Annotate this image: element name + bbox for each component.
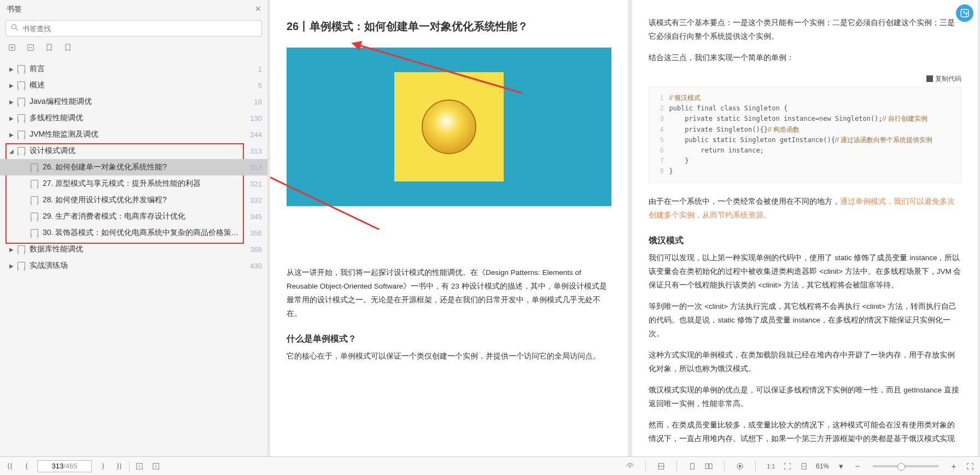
bookmark-icon — [18, 262, 25, 269]
bookmark-row[interactable]: ▶JVM性能监测及调优244 — [0, 126, 267, 143]
search-input[interactable] — [22, 25, 257, 33]
nav-back-icon[interactable] — [134, 461, 145, 472]
bookmark-icon — [18, 131, 25, 138]
collapse-icon[interactable] — [26, 43, 35, 54]
zoom-slider[interactable] — [873, 465, 938, 467]
new-bookmark-icon[interactable] — [8, 43, 16, 54]
expand-arrow-icon[interactable]: ▶ — [9, 132, 14, 138]
zoom-dropdown-icon[interactable]: ▾ — [836, 461, 847, 472]
two-page-icon[interactable] — [703, 461, 714, 472]
single-page-icon[interactable] — [687, 461, 698, 472]
bookmark-label: 多线程性能调优 — [30, 113, 247, 123]
bookmark-label: 设计模式调优 — [30, 146, 247, 156]
bookmark-page: 368 — [250, 245, 262, 254]
bookmark-row[interactable]: ▶Java编程性能调优18 — [0, 93, 267, 110]
bookmark-icon — [18, 65, 25, 73]
autoscroll-icon[interactable] — [734, 461, 745, 472]
bookmark-row[interactable]: 28. 如何使用设计模式优化并发编程?332 — [0, 192, 267, 208]
bookmark-row[interactable]: ▶实战演练场430 — [0, 257, 267, 274]
bookmark-icon — [31, 213, 38, 220]
bookmark-page: 244 — [250, 131, 262, 139]
close-icon[interactable]: × — [255, 3, 261, 15]
marquee-zoom-icon[interactable] — [782, 461, 793, 472]
bookmark-label: 实战演练场 — [30, 261, 247, 271]
read-mode-icon[interactable] — [625, 461, 635, 472]
bookmark-label: Java编程性能调优 — [30, 97, 251, 107]
bookmark-icon — [18, 147, 25, 155]
fullscreen-icon[interactable] — [965, 461, 976, 472]
bookmark-tree: ▶前言1▶概述5▶Java编程性能调优18▶多线程性能调优130▶JVM性能监测… — [0, 60, 267, 456]
bookmark-page: 356 — [250, 229, 262, 237]
bookmark-icon — [18, 98, 25, 105]
expand-arrow-icon[interactable]: ▶ — [9, 115, 14, 121]
paragraph: 该模式有三个基本要点：一是这个类只能有一个实例；二是它必须自行创建这个实例；三是… — [649, 16, 961, 44]
paragraph: 等到唯一的一次 <clinit> 方法执行完成，其它线程将不会再执行 <clin… — [649, 300, 961, 341]
translate-button[interactable] — [956, 4, 973, 22]
bookmark-page: 332 — [250, 196, 262, 204]
svg-rect-10 — [137, 463, 143, 469]
bookmark-label: 26. 如何创建单一对象优化系统性能? — [43, 162, 247, 172]
svg-rect-17 — [709, 464, 712, 468]
expand-arrow-icon[interactable]: ▶ — [9, 83, 14, 89]
zoom-out-icon[interactable]: − — [852, 461, 863, 472]
zoom-level[interactable]: 61% — [816, 462, 829, 470]
bookmarks-sidebar: 书签 × ▶前言1▶概述5▶Java编程性能调优18▶多线程性能调优130▶JV… — [0, 0, 268, 456]
bookmark-label: 30. 装饰器模式：如何优化电商系统中复杂的商品价格策... — [43, 228, 247, 238]
bookmark-row[interactable]: 30. 装饰器模式：如何优化电商系统中复杂的商品价格策...356 — [0, 225, 267, 241]
code-block: 1// 饿汉模式 2public final class Singleton {… — [649, 87, 961, 183]
bookmark-page: 345 — [250, 213, 262, 221]
bookmark-page: 18 — [254, 98, 262, 106]
bookmark-row[interactable]: 29. 生产者消费者模式：电商库存设计优化345 — [0, 208, 267, 225]
first-page-icon[interactable]: ⟨⟨ — [4, 461, 15, 472]
page-left: 26丨单例模式：如何创建单一对象优化系统性能？ 从这一讲开始，我们将一起探讨设计… — [270, 0, 628, 456]
bookmark-row[interactable]: 27. 原型模式与享元模式：提升系统性能的利器321 — [0, 175, 267, 192]
bookmark-search[interactable] — [5, 20, 262, 37]
expand-arrow-icon[interactable]: ▶ — [9, 247, 14, 253]
bookmark-label: 前言 — [30, 64, 255, 74]
bookmark-row[interactable]: ▶前言1 — [0, 61, 267, 77]
svg-point-12 — [629, 465, 631, 467]
paragraph: 从这一讲开始，我们将一起探讨设计模式的性能调优。在《Design Pattern… — [287, 266, 611, 321]
bookmark-outline-icon[interactable] — [63, 43, 72, 54]
last-page-icon[interactable]: ⟩⟩ — [114, 461, 125, 472]
hero-image — [287, 48, 611, 206]
expand-arrow-icon[interactable]: ▶ — [9, 66, 14, 72]
fit-page-icon[interactable] — [798, 461, 809, 472]
page-input[interactable]: 313/465 — [37, 460, 92, 472]
bookmark-icon — [31, 196, 38, 204]
bookmark-page: 130 — [250, 114, 262, 122]
copy-icon[interactable] — [926, 75, 933, 82]
prev-page-icon[interactable]: ⟨ — [21, 461, 32, 472]
paragraph: 这种方式实现的单例模式，在类加载阶段就已经在堆内存中开辟了一块内存，用于存放实例… — [649, 349, 961, 376]
paragraph: 饿汉模式实现的单例的优点是，可以保证多线程情况下实例的唯一性，而且 getIns… — [649, 384, 961, 411]
sidebar-title: 书签 — [7, 4, 22, 14]
bookmark-row[interactable]: ▶多线程性能调优130 — [0, 110, 267, 126]
bookmark-row[interactable]: ▶概述5 — [0, 77, 267, 93]
bookmark-page: 313 — [250, 163, 262, 172]
bookmark-label: 概述 — [30, 80, 255, 90]
bookmark-page: 430 — [250, 262, 262, 270]
nav-forward-icon[interactable] — [150, 461, 161, 472]
expand-arrow-icon[interactable]: ◢ — [9, 148, 14, 154]
bookmark-icon — [31, 163, 38, 171]
bookmark-row[interactable]: ▶数据库性能调优368 — [0, 241, 267, 257]
bookmark-label: 28. 如何使用设计模式优化并发编程? — [43, 195, 247, 205]
bookmark-icon — [18, 245, 25, 253]
expand-arrow-icon[interactable]: ▶ — [9, 99, 14, 105]
expand-arrow-icon[interactable]: ▶ — [9, 263, 14, 269]
bookmark-row[interactable]: 26. 如何创建单一对象优化系统性能?313 — [0, 159, 267, 175]
bookmark-icon[interactable] — [45, 43, 54, 54]
copy-code-label[interactable]: 复制代码 — [935, 73, 961, 85]
section-heading: 什么是单例模式？ — [287, 331, 611, 347]
zoom-in-icon[interactable]: + — [948, 461, 959, 472]
svg-rect-16 — [705, 464, 708, 468]
article-title: 26丨单例模式：如何创建单一对象优化系统性能？ — [287, 16, 611, 37]
bookmark-label: 29. 生产者消费者模式：电商库存设计优化 — [43, 212, 247, 221]
actual-size-icon[interactable]: 1:1 — [766, 461, 777, 472]
bookmark-icon — [31, 229, 38, 237]
next-page-icon[interactable]: ⟩ — [97, 461, 108, 472]
fit-width-icon[interactable] — [656, 461, 667, 472]
bookmark-row[interactable]: ◢设计模式调优313 — [0, 143, 267, 159]
bookmark-label: 数据库性能调优 — [30, 244, 247, 254]
paragraph: 结合这三点，我们来实现一个简单的单例： — [649, 51, 961, 65]
